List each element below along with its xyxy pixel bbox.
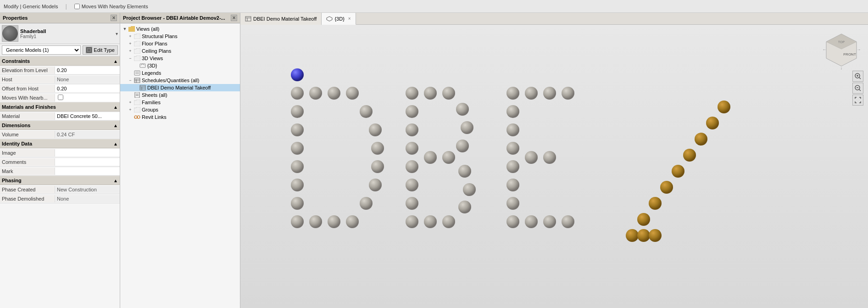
constraints-section-header[interactable]: Constraints ▲ [0, 56, 120, 66]
properties-panel-header: Properties × [0, 13, 120, 23]
materials-section-header[interactable]: Materials and Finishes ▲ [0, 102, 120, 112]
tree-item-floor-plans[interactable]: + Floor Plans [120, 40, 240, 47]
svg-point-53 [442, 87, 455, 100]
svg-point-23 [291, 87, 304, 100]
svg-point-42 [360, 197, 373, 210]
letter-b-group [406, 87, 476, 228]
materials-collapse-icon: ▲ [113, 105, 118, 110]
tree-item-sheets[interactable]: + Sheets (all) [120, 91, 240, 99]
svg-point-79 [562, 215, 574, 228]
elevation-input[interactable] [57, 67, 118, 73]
offset-input[interactable] [57, 86, 118, 91]
browser-panel: Project Browser - DBEI Airtable Demov2-.… [120, 13, 240, 308]
phasing-section-header[interactable]: Phasing ▲ [0, 176, 120, 185]
dimensions-section-header[interactable]: Dimensions ▲ [0, 121, 120, 130]
phase-created-value: New Construction [55, 186, 120, 193]
offset-value[interactable] [55, 85, 120, 92]
svg-point-39 [371, 142, 384, 155]
svg-point-33 [346, 87, 359, 100]
svg-point-57 [442, 215, 455, 228]
volume-value: 0.24 CF [55, 131, 120, 138]
comments-input[interactable] [57, 159, 118, 165]
schedules-toggle[interactable]: − [128, 78, 133, 83]
floor-plans-toggle[interactable]: + [128, 41, 133, 46]
svg-point-76 [543, 151, 556, 164]
svg-point-59 [461, 121, 473, 134]
ceiling-plans-icon [134, 48, 140, 54]
ceiling-plans-toggle[interactable]: + [128, 48, 133, 54]
svg-point-69 [506, 179, 519, 191]
svg-point-74 [562, 87, 574, 100]
svg-point-90 [649, 229, 662, 242]
tree-item-schedules[interactable]: − Schedules/Quantities (all) [120, 77, 240, 84]
nav-cube-svg[interactable]: FRONT TOP ↓ ← → [822, 32, 861, 71]
moves-nearby-checkbox[interactable] [74, 4, 80, 9]
svg-point-89 [637, 229, 650, 242]
svg-point-32 [328, 87, 340, 100]
offset-label: Offset from Host [0, 85, 55, 92]
tree-item-legends[interactable]: + Legends [120, 69, 240, 77]
image-input[interactable] [57, 150, 118, 156]
instance-dropdown-arrow[interactable]: ▾ [116, 31, 118, 36]
elevation-value[interactable] [55, 67, 120, 74]
tabs-bar: DBEI Demo Material Takeoff {3D} × [240, 13, 868, 25]
tab-material-takeoff-label: DBEI Demo Material Takeoff [253, 16, 317, 22]
3d-view-icon [139, 62, 146, 69]
type-dropdown[interactable]: Generic Models (1) [2, 45, 81, 55]
groups-icon [134, 106, 140, 113]
tree-item-groups[interactable]: + Groups [120, 106, 240, 113]
3d-views-icon [134, 55, 140, 62]
comments-value[interactable] [55, 158, 120, 166]
browser-close-button[interactable]: × [231, 15, 237, 21]
tree-item-3d-views[interactable]: − 3D Views [120, 55, 240, 62]
offset-row: Offset from Host [0, 84, 120, 93]
tree-item-material-takeoff[interactable]: + DBEI Demo Material Takeoff [120, 84, 240, 91]
material-value[interactable] [55, 112, 120, 120]
tab-3d-view[interactable]: {3D} × [322, 13, 356, 25]
zoom-out-button[interactable] [852, 83, 863, 94]
moves-nearby-checkbox-cell[interactable] [55, 94, 120, 102]
nav-cube-container[interactable]: FRONT TOP ↓ ← → [822, 32, 861, 72]
tree-item-revit-links[interactable]: + Revit Links [120, 113, 240, 121]
3d-views-label: 3D Views [142, 56, 163, 61]
image-value[interactable] [55, 149, 120, 157]
groups-toggle[interactable]: + [128, 107, 133, 112]
material-input[interactable] [57, 113, 118, 119]
moves-nearby-checkbox-label[interactable]: Moves With Nearby Elements [74, 4, 148, 9]
tab-material-takeoff[interactable]: DBEI Demo Material Takeoff [240, 13, 322, 25]
svg-point-55 [442, 151, 455, 164]
tree-item-families[interactable]: + Families [120, 99, 240, 106]
fit-view-button[interactable] [852, 95, 863, 106]
identity-section-header[interactable]: Identity Data ▲ [0, 139, 120, 148]
mark-value[interactable] [55, 168, 120, 175]
edit-type-button[interactable]: Edit Type [83, 45, 118, 55]
tree-item-views-all[interactable]: ▼ Views (all) [120, 25, 240, 33]
right-tools [852, 71, 863, 106]
phasing-collapse-icon: ▲ [113, 178, 118, 183]
structural-plans-toggle[interactable]: + [128, 34, 133, 39]
svg-rect-15 [135, 92, 139, 98]
svg-point-52 [424, 87, 437, 100]
families-toggle[interactable]: + [128, 100, 133, 105]
mark-input[interactable] [57, 168, 118, 174]
instance-icon [2, 25, 18, 42]
tree-item-structural-plans[interactable]: + Structural Plans [120, 33, 240, 40]
views-all-toggle[interactable]: ▼ [122, 26, 128, 32]
3d-views-toggle[interactable]: − [128, 56, 133, 61]
instance-name: Shaderball [20, 28, 114, 34]
svg-point-68 [506, 160, 519, 173]
host-label: Host [0, 76, 55, 83]
properties-close-button[interactable]: × [111, 15, 117, 21]
svg-point-44 [406, 87, 418, 100]
svg-point-48 [406, 160, 418, 173]
tab-3d-close-button[interactable]: × [348, 16, 351, 21]
dimensions-label: Dimensions [2, 123, 30, 128]
tree-item-3d-view[interactable]: + {3D} [120, 62, 240, 69]
sheets-icon [134, 92, 140, 98]
moves-nearby-prop-checkbox[interactable] [58, 95, 63, 100]
tree-item-ceiling-plans[interactable]: + Ceiling Plans [120, 47, 240, 55]
instance-info: Shaderball Family1 [20, 28, 114, 39]
zoom-in-button[interactable] [852, 71, 863, 82]
svg-point-43 [291, 68, 304, 81]
svg-point-24 [291, 105, 304, 118]
